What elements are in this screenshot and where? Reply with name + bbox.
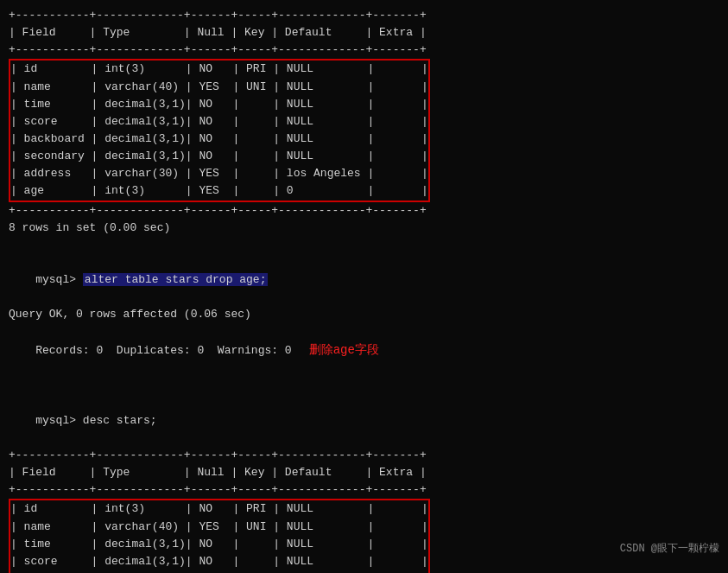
alter-cmd-line: mysql> alter table stars drop age; xyxy=(9,254,719,306)
table1-header: | Field | Type | Null | Key | Default | … xyxy=(9,24,719,41)
table2-top-sep: +-----------+-------------+------+-----+… xyxy=(9,447,719,464)
query-ok-line: Query OK, 0 rows affected (0.06 sec) xyxy=(9,306,719,323)
table1-row-secondary: | secondary | decimal(3,1)| NO | | NULL … xyxy=(10,148,428,165)
records-line: Records: 0 Duplicates: 0 Warnings: 0删除ag… xyxy=(9,324,719,378)
table1-top-sep: +-----------+-------------+------+-----+… xyxy=(9,7,719,24)
table1-row-address: | address | varchar(30) | YES | | los An… xyxy=(10,165,428,182)
table1-bottom-sep: +-----------+-------------+------+-----+… xyxy=(9,202,719,220)
table1-red-border: | id | int(3) | NO | PRI | NULL | | | na… xyxy=(9,59,430,201)
table1-sep2: +-----------+-------------+------+-----+… xyxy=(9,41,719,59)
table1-rowcount: 8 rows in set (0.00 sec) xyxy=(9,220,719,237)
table2-row-score: | score | decimal(3,1)| NO | | NULL | | xyxy=(10,553,428,570)
table2-row-time: | time | decimal(3,1)| NO | | NULL | | xyxy=(10,536,428,553)
table1-row-time: | time | decimal(3,1)| NO | | NULL | | xyxy=(10,96,428,113)
table1-row-score: | score | decimal(3,1)| NO | | NULL | | xyxy=(10,113,428,131)
table1-row-name: | name | varchar(40) | YES | UNI | NULL … xyxy=(10,79,428,96)
blank2 xyxy=(9,378,719,395)
table2-red-border: | id | int(3) | NO | PRI | NULL | | | na… xyxy=(9,499,430,573)
mysql-prompt-2: mysql> xyxy=(35,414,83,427)
mysql-prompt-1: mysql> xyxy=(35,273,83,286)
table2-row-name: | name | varchar(40) | YES | UNI | NULL … xyxy=(10,519,428,536)
table2-header: | Field | Type | Null | Key | Default | … xyxy=(9,464,719,481)
blank1 xyxy=(9,237,719,254)
table2-row-id: | id | int(3) | NO | PRI | NULL | | xyxy=(10,500,428,518)
table1-row-age: | age | int(3) | YES | | 0 | | xyxy=(10,182,428,200)
desc-cmd-line: mysql> desc stars; xyxy=(9,395,719,447)
table2-sep2: +-----------+-------------+------+-----+… xyxy=(9,481,719,499)
table1-row-backboard: | backboard | decimal(3,1)| NO | | NULL … xyxy=(10,131,428,148)
delete-comment: 删除age字段 xyxy=(309,343,379,357)
watermark: CSDN @眼下一颗柠檬 xyxy=(620,541,719,557)
records-text: Records: 0 Duplicates: 0 Warnings: 0 xyxy=(35,344,291,357)
terminal: +-----------+-------------+------+-----+… xyxy=(9,7,719,573)
table1-row-id: | id | int(3) | NO | PRI | NULL | | xyxy=(10,60,428,78)
desc-cmd-text: desc stars; xyxy=(83,414,157,427)
alter-cmd-text: alter table stars drop age; xyxy=(83,273,269,286)
